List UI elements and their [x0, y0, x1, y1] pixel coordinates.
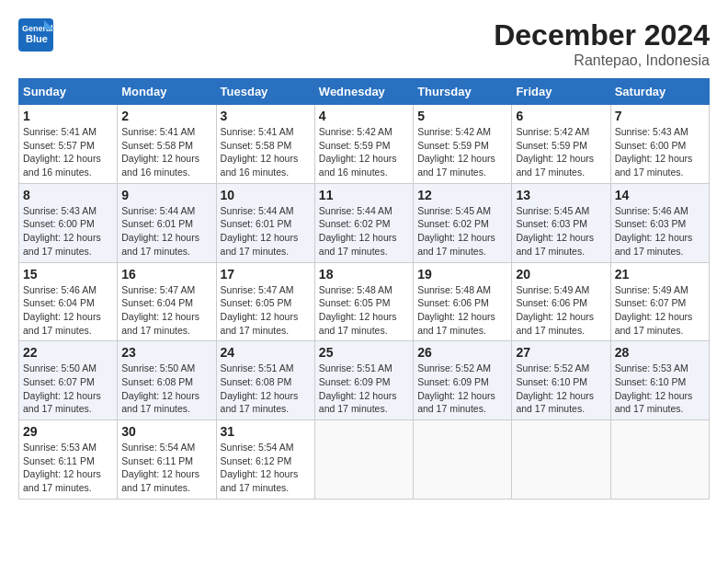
day-number: 10	[221, 188, 311, 202]
day-number: 2	[121, 109, 211, 123]
day-info: Sunrise: 5:43 AM Sunset: 6:00 PM Dayligh…	[615, 125, 705, 179]
calendar-cell	[610, 420, 709, 500]
weekday-header-row: SundayMondayTuesdayWednesdayThursdayFrid…	[19, 79, 710, 105]
calendar-cell: 1Sunrise: 5:41 AM Sunset: 5:57 PM Daylig…	[19, 105, 118, 184]
day-number: 29	[23, 424, 113, 439]
day-number: 11	[319, 188, 409, 202]
calendar-cell: 25Sunrise: 5:51 AM Sunset: 6:09 PM Dayli…	[314, 341, 413, 420]
calendar-cell: 28Sunrise: 5:53 AM Sunset: 6:10 PM Dayli…	[610, 341, 709, 420]
day-info: Sunrise: 5:47 AM Sunset: 6:05 PM Dayligh…	[221, 283, 311, 338]
day-info: Sunrise: 5:44 AM Sunset: 6:02 PM Dayligh…	[319, 204, 409, 259]
day-number: 24	[221, 345, 311, 360]
location: Rantepao, Indonesia	[494, 52, 710, 69]
day-number: 20	[516, 267, 606, 282]
day-number: 5	[417, 109, 507, 123]
day-info: Sunrise: 5:44 AM Sunset: 6:01 PM Dayligh…	[221, 204, 311, 259]
day-info: Sunrise: 5:46 AM Sunset: 6:03 PM Dayligh…	[615, 204, 705, 259]
calendar-cell: 12Sunrise: 5:45 AM Sunset: 6:02 PM Dayli…	[414, 183, 512, 262]
calendar-cell: 7Sunrise: 5:43 AM Sunset: 6:00 PM Daylig…	[610, 105, 709, 184]
day-number: 3	[221, 109, 311, 123]
day-info: Sunrise: 5:50 AM Sunset: 6:07 PM Dayligh…	[23, 362, 113, 416]
weekday-header-saturday: Saturday	[610, 79, 709, 105]
calendar-table: SundayMondayTuesdayWednesdayThursdayFrid…	[18, 78, 710, 500]
calendar-cell: 3Sunrise: 5:41 AM Sunset: 5:58 PM Daylig…	[216, 105, 314, 184]
day-number: 25	[319, 345, 409, 360]
svg-text:Blue: Blue	[26, 33, 48, 44]
calendar-cell: 11Sunrise: 5:44 AM Sunset: 6:02 PM Dayli…	[314, 183, 413, 262]
day-number: 14	[615, 188, 705, 202]
calendar-cell	[414, 420, 512, 500]
calendar-week-row: 22Sunrise: 5:50 AM Sunset: 6:07 PM Dayli…	[19, 341, 710, 420]
day-info: Sunrise: 5:49 AM Sunset: 6:06 PM Dayligh…	[516, 283, 606, 338]
day-number: 1	[23, 109, 113, 123]
logo: General Blue	[18, 18, 59, 52]
day-info: Sunrise: 5:46 AM Sunset: 6:04 PM Dayligh…	[23, 283, 113, 338]
day-info: Sunrise: 5:44 AM Sunset: 6:01 PM Dayligh…	[121, 204, 211, 259]
calendar-cell	[512, 420, 610, 500]
day-number: 13	[516, 188, 606, 202]
weekday-header-tuesday: Tuesday	[216, 79, 314, 105]
weekday-header-friday: Friday	[512, 79, 610, 105]
calendar-cell: 20Sunrise: 5:49 AM Sunset: 6:06 PM Dayli…	[512, 262, 610, 341]
day-info: Sunrise: 5:54 AM Sunset: 6:12 PM Dayligh…	[221, 441, 311, 495]
calendar-cell: 6Sunrise: 5:42 AM Sunset: 5:59 PM Daylig…	[512, 105, 610, 184]
day-number: 28	[615, 345, 705, 360]
calendar-cell: 13Sunrise: 5:45 AM Sunset: 6:03 PM Dayli…	[512, 183, 610, 262]
day-number: 7	[615, 109, 705, 123]
day-info: Sunrise: 5:53 AM Sunset: 6:10 PM Dayligh…	[615, 362, 705, 416]
weekday-header-thursday: Thursday	[414, 79, 512, 105]
calendar-cell: 15Sunrise: 5:46 AM Sunset: 6:04 PM Dayli…	[19, 262, 118, 341]
day-info: Sunrise: 5:52 AM Sunset: 6:09 PM Dayligh…	[417, 362, 507, 416]
day-info: Sunrise: 5:48 AM Sunset: 6:05 PM Dayligh…	[319, 283, 409, 338]
day-number: 8	[23, 188, 113, 202]
calendar-week-row: 29Sunrise: 5:53 AM Sunset: 6:11 PM Dayli…	[19, 420, 710, 500]
calendar-cell: 2Sunrise: 5:41 AM Sunset: 5:58 PM Daylig…	[118, 105, 216, 184]
day-number: 21	[615, 267, 705, 282]
calendar-week-row: 15Sunrise: 5:46 AM Sunset: 6:04 PM Dayli…	[19, 262, 710, 341]
calendar-cell: 21Sunrise: 5:49 AM Sunset: 6:07 PM Dayli…	[610, 262, 709, 341]
day-info: Sunrise: 5:43 AM Sunset: 6:00 PM Dayligh…	[23, 204, 113, 259]
day-info: Sunrise: 5:50 AM Sunset: 6:08 PM Dayligh…	[121, 362, 211, 416]
day-number: 9	[121, 188, 211, 202]
calendar-week-row: 8Sunrise: 5:43 AM Sunset: 6:00 PM Daylig…	[19, 183, 710, 262]
calendar-cell: 18Sunrise: 5:48 AM Sunset: 6:05 PM Dayli…	[314, 262, 413, 341]
calendar-cell: 14Sunrise: 5:46 AM Sunset: 6:03 PM Dayli…	[610, 183, 709, 262]
day-number: 15	[23, 267, 113, 282]
day-info: Sunrise: 5:51 AM Sunset: 6:09 PM Dayligh…	[319, 362, 409, 416]
day-number: 31	[221, 424, 311, 439]
day-number: 23	[121, 345, 211, 360]
day-info: Sunrise: 5:48 AM Sunset: 6:06 PM Dayligh…	[417, 283, 507, 338]
calendar-cell: 17Sunrise: 5:47 AM Sunset: 6:05 PM Dayli…	[216, 262, 314, 341]
day-info: Sunrise: 5:42 AM Sunset: 5:59 PM Dayligh…	[516, 125, 606, 179]
day-number: 4	[319, 109, 409, 123]
weekday-header-wednesday: Wednesday	[314, 79, 413, 105]
day-info: Sunrise: 5:47 AM Sunset: 6:04 PM Dayligh…	[121, 283, 211, 338]
logo-icon: General Blue	[18, 18, 55, 52]
day-number: 6	[516, 109, 606, 123]
calendar-cell: 5Sunrise: 5:42 AM Sunset: 5:59 PM Daylig…	[414, 105, 512, 184]
day-info: Sunrise: 5:53 AM Sunset: 6:11 PM Dayligh…	[23, 441, 113, 495]
day-number: 19	[417, 267, 507, 282]
calendar-week-row: 1Sunrise: 5:41 AM Sunset: 5:57 PM Daylig…	[19, 105, 710, 184]
calendar-cell: 24Sunrise: 5:51 AM Sunset: 6:08 PM Dayli…	[216, 341, 314, 420]
day-info: Sunrise: 5:42 AM Sunset: 5:59 PM Dayligh…	[319, 125, 409, 179]
calendar-cell: 19Sunrise: 5:48 AM Sunset: 6:06 PM Dayli…	[414, 262, 512, 341]
calendar-cell: 23Sunrise: 5:50 AM Sunset: 6:08 PM Dayli…	[118, 341, 216, 420]
day-info: Sunrise: 5:41 AM Sunset: 5:58 PM Dayligh…	[121, 125, 211, 179]
day-number: 17	[221, 267, 311, 282]
calendar-cell: 29Sunrise: 5:53 AM Sunset: 6:11 PM Dayli…	[19, 420, 118, 500]
day-info: Sunrise: 5:52 AM Sunset: 6:10 PM Dayligh…	[516, 362, 606, 416]
calendar-cell: 10Sunrise: 5:44 AM Sunset: 6:01 PM Dayli…	[216, 183, 314, 262]
day-number: 18	[319, 267, 409, 282]
calendar-cell: 16Sunrise: 5:47 AM Sunset: 6:04 PM Dayli…	[118, 262, 216, 341]
title-section: December 2024 Rantepao, Indonesia	[494, 18, 710, 69]
day-info: Sunrise: 5:51 AM Sunset: 6:08 PM Dayligh…	[221, 362, 311, 416]
page-header: General Blue December 2024 Rantepao, Ind…	[18, 18, 710, 69]
day-info: Sunrise: 5:45 AM Sunset: 6:03 PM Dayligh…	[516, 204, 606, 259]
calendar-cell: 26Sunrise: 5:52 AM Sunset: 6:09 PM Dayli…	[414, 341, 512, 420]
calendar-cell: 9Sunrise: 5:44 AM Sunset: 6:01 PM Daylig…	[118, 183, 216, 262]
calendar-cell: 27Sunrise: 5:52 AM Sunset: 6:10 PM Dayli…	[512, 341, 610, 420]
weekday-header-monday: Monday	[118, 79, 216, 105]
calendar-cell: 8Sunrise: 5:43 AM Sunset: 6:00 PM Daylig…	[19, 183, 118, 262]
day-info: Sunrise: 5:41 AM Sunset: 5:58 PM Dayligh…	[221, 125, 311, 179]
